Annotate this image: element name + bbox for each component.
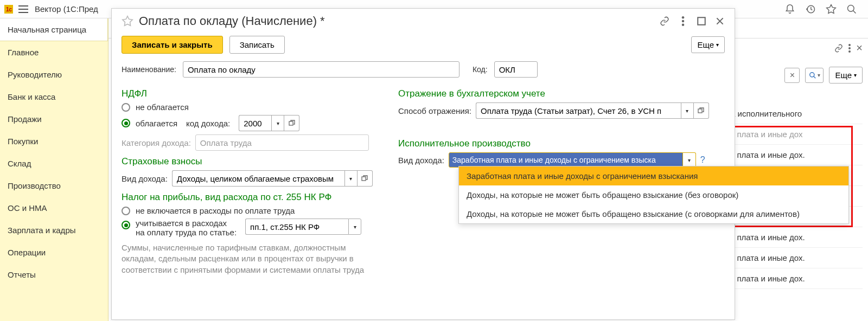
accrual-dialog: Оплата по окладу (Начисление) * Записать… bbox=[111, 8, 735, 320]
section-accounting: Отражение в бухгалтерском учете bbox=[398, 88, 725, 99]
app-title: Вектор (1С:Пред bbox=[35, 4, 98, 14]
income-code-dropdown[interactable]: ▾ bbox=[271, 115, 284, 131]
radio-ndfl-exempt-label: не облагается bbox=[136, 102, 189, 112]
income-code-input[interactable] bbox=[239, 115, 271, 131]
sidebar-item-warehouse[interactable]: Склад bbox=[0, 152, 108, 175]
svg-point-10 bbox=[682, 24, 685, 27]
svg-point-5 bbox=[848, 47, 851, 49]
dropdown-option[interactable]: Доходы, на которые не может быть обращен… bbox=[459, 204, 848, 223]
name-input[interactable] bbox=[183, 61, 459, 78]
star-icon[interactable] bbox=[826, 4, 837, 15]
link-icon[interactable] bbox=[660, 16, 669, 26]
close-icon[interactable] bbox=[715, 16, 725, 26]
radio-profit-include-label-2: на оплату труда по статье: bbox=[136, 228, 237, 237]
kebab-icon[interactable] bbox=[678, 16, 688, 26]
sidebar-item-manager[interactable]: Руководителю bbox=[0, 63, 108, 86]
history-icon[interactable] bbox=[805, 4, 816, 15]
exec-income-type-label: Вид дохода: bbox=[398, 156, 444, 165]
accounting-method-dropdown[interactable]: ▾ bbox=[681, 102, 694, 119]
exec-income-type-dropdown[interactable]: ▾ bbox=[683, 152, 696, 168]
insurance-income-type-dropdown[interactable]: ▾ bbox=[344, 170, 358, 187]
profit-article-dropdown[interactable]: ▾ bbox=[348, 219, 361, 235]
sidebar-item-payroll[interactable]: Зарплата и кадры bbox=[0, 219, 108, 241]
sidebar-item-production[interactable]: Производство bbox=[0, 175, 108, 197]
radio-profit-exclude[interactable] bbox=[122, 207, 130, 215]
profit-article-input[interactable] bbox=[245, 219, 348, 235]
sidebar: Начальная страница Главное Руководителю … bbox=[0, 18, 108, 321]
favorite-star-icon[interactable] bbox=[122, 15, 133, 27]
bg-clear-button[interactable]: × bbox=[784, 68, 800, 83]
sidebar-item-bank[interactable]: Банк и касса bbox=[0, 86, 108, 108]
insurance-income-type-input[interactable] bbox=[172, 170, 344, 187]
sidebar-home-tab[interactable]: Начальная страница bbox=[0, 18, 108, 41]
radio-ndfl-exempt[interactable] bbox=[122, 103, 130, 112]
svg-rect-11 bbox=[698, 17, 705, 25]
more-button[interactable]: Еще▾ bbox=[691, 36, 725, 53]
exec-income-type-select[interactable]: Заработная плата и иные доходы с огранич… bbox=[449, 152, 683, 168]
kebab-icon[interactable] bbox=[848, 44, 851, 53]
top-right-icons bbox=[784, 0, 857, 18]
dropdown-option[interactable]: Заработная плата и иные доходы с огранич… bbox=[459, 166, 848, 185]
section-exec: Исполнительное производство bbox=[398, 138, 725, 149]
svg-rect-13 bbox=[362, 177, 366, 181]
radio-profit-include-label-1: учитывается в расходах bbox=[136, 219, 237, 228]
svg-rect-12 bbox=[289, 121, 293, 125]
name-label: Наименование: bbox=[122, 65, 176, 74]
maximize-icon[interactable] bbox=[697, 16, 706, 26]
code-label: Код: bbox=[473, 65, 488, 74]
radio-profit-include[interactable] bbox=[122, 221, 130, 229]
bg-panel-toolbar: × ▾ Еще▾ bbox=[784, 67, 863, 84]
help-icon[interactable]: ? bbox=[700, 155, 705, 165]
profit-note: Суммы, начисленные по тарифным ставкам, … bbox=[122, 242, 382, 275]
name-code-row: Наименование: Код: bbox=[112, 58, 735, 81]
sidebar-item-purchases[interactable]: Покупки bbox=[0, 130, 108, 152]
radio-ndfl-taxed-label: облагается bbox=[136, 119, 177, 128]
sidebar-item-assets[interactable]: ОС и НМА bbox=[0, 197, 108, 219]
radio-ndfl-taxed[interactable] bbox=[122, 119, 130, 127]
section-profit-tax: Налог на прибыль, вид расхода по ст. 255… bbox=[122, 192, 382, 203]
income-code-label: код дохода: bbox=[186, 119, 230, 128]
sidebar-item-main[interactable]: Главное bbox=[0, 41, 108, 63]
svg-point-3 bbox=[848, 5, 854, 12]
bg-search-button[interactable]: ▾ bbox=[805, 68, 824, 83]
svg-text:1c: 1c bbox=[6, 7, 12, 12]
insurance-income-type-label: Вид дохода: bbox=[122, 174, 168, 183]
svg-point-8 bbox=[682, 16, 685, 19]
save-close-button[interactable]: Записать и закрыть bbox=[122, 36, 223, 54]
accounting-method-input[interactable] bbox=[476, 102, 681, 119]
income-code-open-icon[interactable] bbox=[284, 115, 299, 131]
dialog-header: Оплата по окладу (Начисление) * bbox=[112, 9, 735, 31]
bg-panel-head-icons: × bbox=[834, 42, 863, 54]
svg-point-4 bbox=[848, 44, 851, 46]
income-category-label: Категория дохода: bbox=[122, 138, 191, 147]
sidebar-item-operations[interactable]: Операции bbox=[0, 241, 108, 264]
bg-more-button[interactable]: Еще▾ bbox=[829, 67, 863, 84]
svg-point-6 bbox=[848, 50, 851, 53]
link-icon[interactable] bbox=[834, 44, 843, 53]
radio-profit-exclude-label: не включается в расходы по оплате труда bbox=[136, 206, 295, 215]
dialog-title: Оплата по окладу (Начисление) * bbox=[139, 14, 660, 28]
code-input[interactable] bbox=[494, 61, 538, 78]
section-insurance: Страховые взносы bbox=[122, 156, 382, 167]
svg-rect-14 bbox=[698, 109, 702, 113]
menu-icon[interactable] bbox=[18, 5, 28, 13]
income-category-input[interactable] bbox=[195, 134, 369, 151]
app-logo-icon: 1c bbox=[4, 5, 13, 14]
accounting-method-open-icon[interactable] bbox=[694, 102, 709, 119]
search-icon[interactable] bbox=[846, 4, 857, 15]
svg-point-9 bbox=[682, 20, 685, 23]
svg-point-7 bbox=[810, 72, 814, 76]
insurance-income-type-open-icon[interactable] bbox=[358, 170, 373, 187]
sidebar-item-sales[interactable]: Продажи bbox=[0, 108, 108, 130]
save-button[interactable]: Записать bbox=[229, 36, 285, 54]
dialog-toolbar: Записать и закрыть Записать Еще▾ bbox=[112, 31, 735, 58]
accounting-method-label: Способ отражения: bbox=[398, 106, 471, 115]
exec-income-type-dropdown-list: Заработная плата и иные доходы с огранич… bbox=[458, 166, 849, 224]
bg-close-button[interactable]: × bbox=[856, 42, 863, 54]
dropdown-option[interactable]: Доходы, на которые не может быть обращен… bbox=[459, 185, 848, 204]
bell-icon[interactable] bbox=[784, 4, 795, 15]
sidebar-item-reports[interactable]: Отчеты bbox=[0, 264, 108, 286]
section-ndfl: НДФЛ bbox=[122, 88, 382, 99]
